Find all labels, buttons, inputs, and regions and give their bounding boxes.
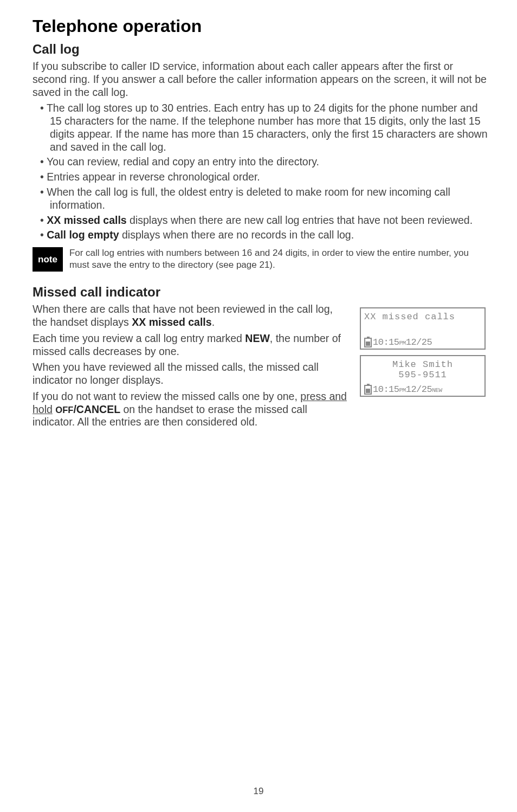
screen2-status: 10:15PM12/25NEW xyxy=(361,383,484,396)
screen1-date: 12/25 xyxy=(406,337,432,347)
page-number: 19 xyxy=(0,786,517,797)
missed-p2-a: Each time you review a call log entry ma… xyxy=(33,332,245,344)
screen2-pm: PM xyxy=(399,387,406,394)
handset-screen-2: Mike Smith 595-9511 10:15PM12/25NEW xyxy=(360,355,486,397)
screen2-name: Mike Smith xyxy=(361,356,484,370)
handset-screen-1: XX missed calls 10:15PM12/25 xyxy=(360,307,486,350)
bullet-5: XX missed calls displays when there are … xyxy=(35,214,490,227)
screen1-pm: PM xyxy=(399,340,406,346)
note-text: For call log entries with numbers betwee… xyxy=(69,247,490,271)
bullet-4: When the call log is full, the oldest en… xyxy=(35,186,490,212)
missed-p3: When you have reviewed all the missed ca… xyxy=(33,361,349,387)
missed-p1: When there are calls that have not been … xyxy=(33,303,349,329)
battery-icon xyxy=(364,338,372,347)
screen2-date: 12/25 xyxy=(406,384,432,395)
note-box: note For call log entries with numbers b… xyxy=(33,247,490,272)
missed-p2-bold: NEW xyxy=(245,332,270,344)
call-log-bullets: The call log stores up to 30 entries. Ea… xyxy=(33,102,490,242)
battery-icon xyxy=(364,385,372,395)
screen1-line1: XX missed calls xyxy=(361,308,484,325)
screen2-time-a: 10:15 xyxy=(373,384,399,395)
screen2-time: 10:15PM12/25NEW xyxy=(373,384,442,395)
bullet-1: The call log stores up to 30 entries. Ea… xyxy=(35,102,490,153)
missed-p4: If you do not want to review the missed … xyxy=(33,390,349,429)
bullet-6-rest: displays when there are no records in th… xyxy=(119,229,354,241)
page-title: Telephone operation xyxy=(33,16,490,36)
missed-p2: Each time you review a call log entry ma… xyxy=(33,332,349,358)
screen2-new: NEW xyxy=(432,387,442,394)
note-badge: note xyxy=(33,247,63,272)
bullet-3: Entries appear in reverse chronological … xyxy=(35,171,490,184)
missed-p4-cancel: /CANCEL xyxy=(73,403,120,415)
bullet-6-bold: Call log empty xyxy=(47,229,119,241)
missed-p4-a: If you do not want to review the missed … xyxy=(33,390,300,402)
screen1-time-a: 10:15 xyxy=(373,337,399,347)
section-call-log-heading: Call log xyxy=(33,42,490,57)
call-log-intro: If you subscribe to caller ID service, i… xyxy=(33,60,490,99)
bullet-5-bold: XX missed calls xyxy=(47,214,126,226)
screen2-number: 595-9511 xyxy=(361,370,484,383)
screen1-status: 10:15PM12/25 xyxy=(361,336,484,349)
section-missed-heading: Missed call indicator xyxy=(33,285,490,300)
missed-p1-b: . xyxy=(212,316,215,328)
bullet-6: Call log empty displays when there are n… xyxy=(35,229,490,242)
bullet-5-rest: displays when there are new call log ent… xyxy=(127,214,473,226)
screen1-time: 10:15PM12/25 xyxy=(373,337,432,347)
missed-p4-off: OFF/CANCEL xyxy=(55,403,120,415)
bullet-2: You can review, redial and copy an entry… xyxy=(35,156,490,169)
missed-p1-bold: XX missed calls xyxy=(132,316,211,328)
missed-p4-sc: OFF xyxy=(55,405,73,415)
